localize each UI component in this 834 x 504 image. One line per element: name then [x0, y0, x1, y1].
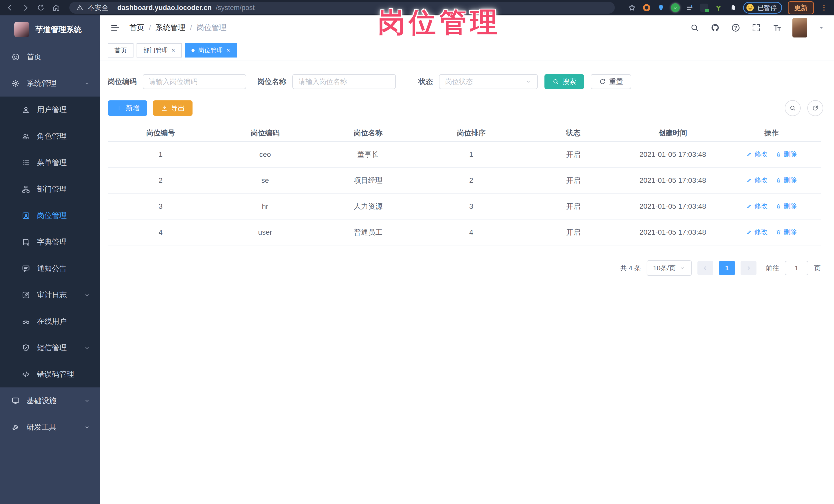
cell-name: 人力资源 [317, 193, 419, 219]
search-icon[interactable] [690, 23, 700, 32]
sidebar-item-label: 系统管理 [27, 78, 57, 89]
github-icon[interactable] [710, 23, 720, 32]
reload-icon[interactable] [37, 3, 45, 12]
url-bar[interactable]: 不安全 dashboard.yudao.iocoder.cn /system/p… [69, 2, 615, 14]
sidebar-item-label: 在线用户 [37, 316, 67, 327]
ghost-extension-icon[interactable] [728, 3, 738, 12]
sidebar-item-部门管理[interactable]: 部门管理 [0, 176, 100, 202]
cell-status: 开启 [523, 168, 623, 193]
sidebar-item-基础设施[interactable]: 基础设施 [0, 388, 100, 414]
sidebar-item-首页[interactable]: 首页 [0, 44, 100, 70]
search-button[interactable]: 搜索 [545, 74, 584, 89]
tab-部门管理[interactable]: 部门管理× [136, 43, 182, 58]
browser-update-button[interactable]: 更新 [788, 1, 814, 14]
sidebar-item-角色管理[interactable]: 角色管理 [0, 123, 100, 149]
home-icon[interactable] [52, 3, 61, 12]
post-name-label: 岗位名称 [258, 77, 286, 87]
sidebar: 芋道管理系统 首页系统管理用户管理角色管理菜单管理部门管理岗位管理字典管理通知公… [0, 16, 100, 504]
sidebar-item-label: 角色管理 [37, 131, 67, 141]
tab-岗位管理[interactable]: 岗位管理× [185, 43, 237, 58]
sidebar-item-label: 错误码管理 [37, 369, 74, 379]
bookmark-star-icon[interactable] [628, 3, 636, 12]
sidebar-item-短信管理[interactable]: 短信管理 [0, 334, 100, 361]
column-header-操作: 操作 [722, 125, 821, 141]
goto-page-input[interactable] [785, 261, 808, 275]
next-page-button[interactable] [741, 261, 756, 275]
edit-link[interactable]: 修改 [746, 201, 768, 211]
security-warning-label[interactable]: 不安全 [88, 3, 109, 12]
edit-link[interactable]: 修改 [746, 150, 768, 159]
sidebar-item-通知公告[interactable]: 通知公告 [0, 255, 100, 282]
location-pin-extension-icon[interactable] [656, 3, 665, 12]
status-select-placeholder: 岗位状态 [445, 77, 473, 86]
reset-button[interactable]: 重置 [591, 74, 631, 89]
url-host[interactable]: dashboard.yudao.iocoder.cn [117, 4, 212, 12]
url-path[interactable]: /system/post [216, 4, 255, 12]
tab-首页[interactable]: 首页 [108, 43, 133, 58]
forward-icon[interactable] [21, 3, 30, 12]
gear-icon [11, 79, 20, 88]
chevron-down-icon [84, 345, 90, 351]
app-logo[interactable]: 芋道管理系统 [0, 16, 100, 44]
close-icon[interactable]: × [226, 47, 230, 54]
card-badge-extension-icon[interactable] [700, 3, 709, 12]
cell-post_id: 1 [108, 141, 213, 168]
add-button[interactable]: 新增 [108, 101, 147, 116]
delete-link[interactable]: 删除 [775, 201, 797, 211]
sidebar-item-错误码管理[interactable]: 错误码管理 [0, 361, 100, 388]
toggle-search-button[interactable] [785, 100, 800, 116]
logo-avatar [14, 22, 29, 37]
goto-prefix-label: 前往 [766, 264, 779, 273]
chevron-down-icon [525, 78, 532, 85]
green-check-extension-icon[interactable] [671, 3, 680, 12]
sprout-extension-icon[interactable] [714, 3, 723, 12]
status-select[interactable]: 岗位状态 [439, 74, 538, 89]
delete-link[interactable]: 删除 [775, 227, 797, 237]
sidebar-item-研发工具[interactable]: 研发工具 [0, 414, 100, 440]
table-row: 3hr人力资源3开启2021-01-05 17:03:48修改删除 [108, 193, 821, 219]
help-icon[interactable] [731, 23, 741, 32]
edit-link[interactable]: 修改 [746, 176, 768, 184]
refresh-table-button[interactable] [807, 100, 823, 116]
close-icon[interactable]: × [172, 47, 175, 54]
prev-page-button[interactable] [698, 261, 714, 275]
sidebar-item-系统管理[interactable]: 系统管理 [0, 70, 100, 96]
orange-ring-extension-icon[interactable] [642, 3, 651, 12]
breadcrumb-item[interactable]: 首页 [129, 23, 144, 33]
paused-extension-badge[interactable]: 已暂停 [743, 2, 782, 14]
cell-status: 开启 [523, 219, 623, 245]
sidebar-item-审计日志[interactable]: 审计日志 [0, 282, 100, 308]
sidebar-item-菜单管理[interactable]: 菜单管理 [0, 149, 100, 176]
cell-post_id: 4 [108, 219, 213, 245]
browser-menu-icon[interactable] [820, 3, 828, 12]
delete-link[interactable]: 删除 [775, 150, 797, 159]
sidebar-item-岗位管理[interactable]: 岗位管理 [0, 202, 100, 229]
user-icon [22, 106, 30, 114]
fullscreen-icon[interactable] [751, 23, 761, 32]
users-icon [22, 132, 30, 141]
chevron-down-icon[interactable] [818, 24, 825, 31]
delete-link[interactable]: 删除 [775, 176, 797, 184]
cell-post_id: 2 [108, 168, 213, 193]
online-users-icon [22, 317, 30, 326]
download-icon [161, 105, 168, 112]
user-avatar[interactable] [792, 18, 807, 38]
sliders-extension-icon[interactable] [685, 3, 694, 12]
breadcrumb-item[interactable]: 系统管理 [156, 23, 185, 33]
page-size-select[interactable]: 10条/页 [646, 260, 692, 276]
back-icon[interactable] [6, 3, 14, 12]
post-code-input[interactable] [143, 74, 246, 89]
edit-link[interactable]: 修改 [746, 227, 768, 237]
search-icon [552, 78, 559, 85]
sidebar-item-用户管理[interactable]: 用户管理 [0, 96, 100, 123]
sidebar-item-字典管理[interactable]: 字典管理 [0, 229, 100, 255]
post-name-input[interactable] [292, 74, 396, 89]
hamburger-icon[interactable] [110, 22, 120, 33]
current-page-button[interactable]: 1 [719, 261, 735, 275]
font-size-icon[interactable] [772, 23, 782, 32]
tab-label: 部门管理 [143, 46, 168, 54]
sidebar-item-在线用户[interactable]: 在线用户 [0, 308, 100, 334]
export-button[interactable]: 导出 [153, 101, 193, 116]
column-header-岗位名称: 岗位名称 [317, 125, 419, 141]
post-code-label: 岗位编码 [108, 77, 136, 87]
